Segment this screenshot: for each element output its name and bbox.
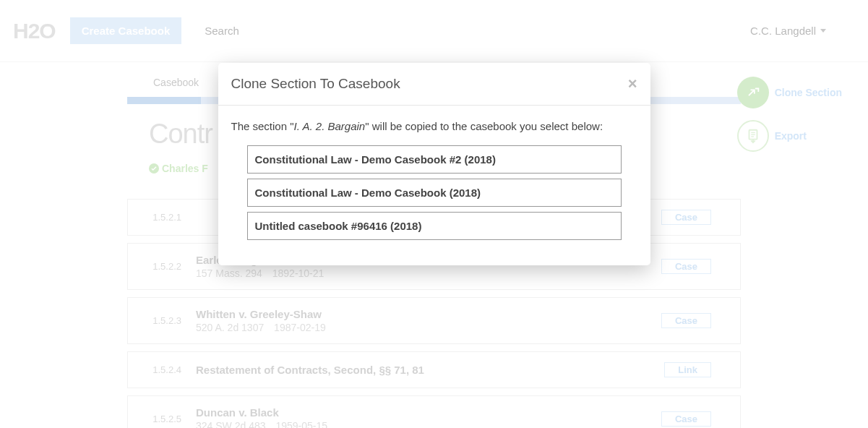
text-prefix: The section " [231,120,294,132]
casebook-list: Constitutional Law - Demo Casebook #2 (2… [231,145,637,240]
clone-modal: Clone Section To Casebook × The section … [218,63,650,265]
modal-text: The section "I. A. 2. Bargain" will be c… [231,120,637,132]
casebook-option[interactable]: Untitled casebook #96416 (2018) [247,212,622,240]
modal-title: Clone Section To Casebook [231,76,400,92]
casebook-option[interactable]: Constitutional Law - Demo Casebook (2018… [247,179,622,207]
text-suffix: " will be copied to the casebook you sel… [365,120,603,132]
modal-overlay[interactable]: Clone Section To Casebook × The section … [0,0,868,428]
modal-header: Clone Section To Casebook × [218,63,650,106]
casebook-option[interactable]: Constitutional Law - Demo Casebook #2 (2… [247,145,622,174]
modal-body: The section "I. A. 2. Bargain" will be c… [218,106,650,265]
section-name: I. A. 2. Bargain [294,120,366,132]
close-icon[interactable]: × [628,76,637,92]
